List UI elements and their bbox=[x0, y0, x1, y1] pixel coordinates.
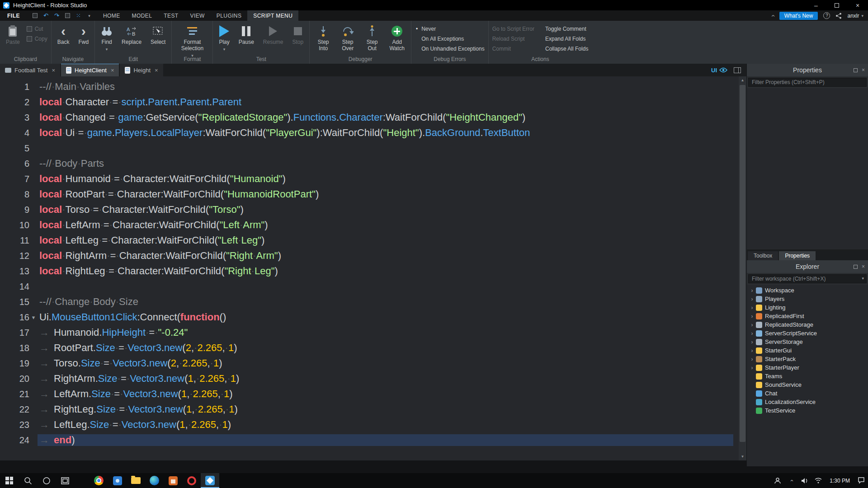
explorer-item-teams[interactable]: Teams bbox=[747, 372, 868, 380]
code-line[interactable]: 1--//·Main·Varibles bbox=[0, 79, 739, 94]
expand-chevron-icon[interactable]: › bbox=[749, 356, 755, 362]
paste-button[interactable]: Paste bbox=[4, 23, 22, 47]
explorer-item-chat[interactable]: Chat bbox=[747, 389, 868, 398]
code-line[interactable]: 16▾Ui.MouseButton1Click:Connect(function… bbox=[0, 310, 739, 325]
find-button[interactable]: Find ▾ bbox=[99, 23, 115, 53]
taskbar-app-opera[interactable] bbox=[182, 473, 201, 488]
explorer-item-starterplayer[interactable]: ›StarterPlayer bbox=[747, 363, 868, 372]
code-line[interactable]: 12local·RightArm·=·Character:WaitForChil… bbox=[0, 248, 739, 263]
capture-icon[interactable] bbox=[64, 12, 71, 19]
code-line[interactable]: 21→LeftArm.Size·=·Vector3.new(1,·2.265,·… bbox=[0, 386, 739, 402]
resume-button[interactable]: Resume bbox=[261, 23, 286, 47]
quick-access-dropdown-icon[interactable]: ▾ bbox=[86, 12, 93, 19]
volume-button[interactable] bbox=[798, 473, 811, 488]
share-icon[interactable] bbox=[835, 13, 842, 19]
code-editor[interactable]: 1--//·Main·Varibles2local·Character·=·sc… bbox=[0, 76, 746, 460]
cortana-button[interactable] bbox=[37, 473, 56, 488]
close-icon[interactable]: × bbox=[154, 67, 158, 74]
account-menu[interactable]: anxlr ▾ bbox=[847, 13, 863, 19]
replace-button[interactable]: AB Replace bbox=[119, 23, 144, 47]
toggle-comment-button[interactable]: Toggle Comment bbox=[545, 24, 588, 33]
menu-tab-test[interactable]: TEST bbox=[158, 10, 184, 21]
taskbar-app-file-explorer[interactable] bbox=[127, 473, 145, 488]
code-line[interactable]: 4local·Ui·=·game.Players.LocalPlayer:Wai… bbox=[0, 125, 739, 141]
code-line[interactable]: 5 bbox=[0, 141, 739, 156]
fold-caret-icon[interactable]: ▾ bbox=[29, 314, 38, 321]
explorer-item-replicatedstorage[interactable]: ›ReplicatedStorage bbox=[747, 320, 868, 329]
expand-all-folds-button[interactable]: Expand All Folds bbox=[545, 34, 588, 43]
scroll-up-icon[interactable]: ▲ bbox=[739, 76, 746, 84]
whats-new-button[interactable]: What's New bbox=[779, 12, 818, 20]
people-button[interactable] bbox=[771, 473, 784, 488]
expand-chevron-icon[interactable]: › bbox=[749, 365, 755, 371]
code-line[interactable]: 13local·RightLeg·=·Character:WaitForChil… bbox=[0, 263, 739, 279]
code-line[interactable]: 23→LeftLeg.Size·=·Vector3.new(1,·2.265,·… bbox=[0, 417, 739, 432]
copy-button[interactable]: Copy bbox=[27, 34, 47, 43]
minimize-button[interactable]: – bbox=[806, 0, 826, 10]
stop-button[interactable]: Stop bbox=[290, 23, 306, 47]
reload-script-button[interactable]: Reload Script bbox=[492, 34, 534, 43]
expand-chevron-icon[interactable]: › bbox=[749, 305, 755, 311]
code-line[interactable]: 20→RightArm.Size·=·Vector3.new(1,·2.265,… bbox=[0, 371, 739, 386]
close-pane-icon[interactable]: × bbox=[862, 67, 865, 73]
play-button[interactable]: Play ▾ bbox=[217, 23, 231, 53]
explorer-item-lighting[interactable]: ›Lighting bbox=[747, 303, 868, 312]
code-line[interactable]: 15--//·Change·Body·Size bbox=[0, 294, 739, 310]
code-line[interactable]: 8local·RootPart·=·Character:WaitForChild… bbox=[0, 187, 739, 202]
select-button[interactable]: Select bbox=[148, 23, 168, 47]
properties-filter-input[interactable] bbox=[748, 78, 867, 87]
expand-chevron-icon[interactable]: › bbox=[749, 330, 755, 337]
explorer-item-replicatedfirst[interactable]: ›ReplicatedFirst bbox=[747, 312, 868, 320]
doc-tab-football-test[interactable]: Football Test× bbox=[0, 64, 60, 76]
taskbar-app-store[interactable] bbox=[164, 473, 182, 488]
undo-icon[interactable]: ↶ bbox=[42, 12, 49, 19]
editor-vertical-scrollbar[interactable]: ▲ ▼ bbox=[739, 76, 746, 460]
code-line[interactable]: 7local·Humanoid·=·Character:WaitForChild… bbox=[0, 171, 739, 187]
save-icon[interactable] bbox=[32, 12, 38, 19]
explorer-item-workspace[interactable]: ›Workspace bbox=[747, 286, 868, 295]
menu-tab-home[interactable]: HOME bbox=[97, 10, 126, 21]
pause-button[interactable]: Pause bbox=[236, 23, 256, 47]
code-line[interactable]: 19→Torso.Size·=·Vector3.new(2,·2.265,·1) bbox=[0, 356, 739, 371]
debug-errors-option-on-unhandled-exceptions[interactable]: On Unhandled Exceptions bbox=[415, 44, 484, 53]
code-line[interactable]: 24→end) bbox=[0, 432, 739, 448]
panel-layout-icon[interactable] bbox=[734, 67, 741, 73]
explorer-item-testservice[interactable]: TestService bbox=[747, 406, 868, 415]
taskbar-app-chrome[interactable] bbox=[90, 473, 108, 488]
commit-button[interactable]: Commit bbox=[492, 44, 534, 53]
maximize-button[interactable] bbox=[826, 0, 847, 10]
explorer-item-serverstorage[interactable]: ›ServerStorage bbox=[747, 338, 868, 346]
taskbar-app-edge[interactable] bbox=[145, 473, 164, 488]
code-line[interactable]: 9local·Torso·=·Character:WaitForChild("T… bbox=[0, 202, 739, 217]
doc-tab-height[interactable]: Height× bbox=[120, 64, 163, 76]
close-pane-icon[interactable]: × bbox=[862, 263, 865, 270]
cut-button[interactable]: Cut bbox=[27, 24, 47, 33]
close-button[interactable]: × bbox=[847, 0, 868, 10]
explorer-item-serverscriptservice[interactable]: ›ServerScriptService bbox=[747, 329, 868, 338]
menu-tab-view[interactable]: VIEW bbox=[184, 10, 211, 21]
menu-tab-script-menu[interactable]: SCRIPT MENU bbox=[247, 10, 298, 21]
dock-tab-toolbox[interactable]: Toolbox bbox=[748, 251, 778, 260]
ui-visibility-button[interactable]: UI bbox=[711, 67, 727, 74]
code-line[interactable]: 18→RootPart.Size·=·Vector3.new(2,·2.265,… bbox=[0, 340, 739, 356]
debug-errors-option-on-all-exceptions[interactable]: On All Exceptions bbox=[415, 34, 484, 43]
goto-script-error-button[interactable]: Go to Script Error bbox=[492, 24, 534, 33]
scroll-down-icon[interactable]: ▼ bbox=[739, 453, 746, 460]
float-pane-icon[interactable] bbox=[854, 68, 858, 72]
fwd-button[interactable]: › Fwd bbox=[76, 23, 91, 47]
code-line[interactable]: 10local·LeftArm·=·Character:WaitForChild… bbox=[0, 217, 739, 233]
step-over-button[interactable]: Step Over bbox=[338, 23, 358, 53]
explorer-item-starterpack[interactable]: ›StarterPack bbox=[747, 355, 868, 363]
menu-tab-model[interactable]: MODEL bbox=[126, 10, 158, 21]
code-line[interactable]: 3local·Changed·=·game:GetService("Replic… bbox=[0, 110, 739, 125]
code-line[interactable]: 17→Humanoid.HipHeight·=·"-0.24" bbox=[0, 325, 739, 340]
collapse-all-folds-button[interactable]: Collapse All Folds bbox=[545, 44, 588, 53]
start-button[interactable] bbox=[0, 473, 19, 488]
collaborate-icon[interactable]: ⁙ bbox=[75, 12, 82, 19]
code-line[interactable]: 11local·LeftLeg·=·Character:WaitForChild… bbox=[0, 233, 739, 248]
explorer-item-localizationservice[interactable]: LocalizationService bbox=[747, 398, 868, 406]
properties-pane-header[interactable]: Properties × bbox=[747, 64, 868, 76]
code-line[interactable]: 6--//·Body·Parts bbox=[0, 156, 739, 171]
explorer-filter-caret-icon[interactable]: ▾ bbox=[862, 276, 864, 281]
task-view-button[interactable] bbox=[56, 473, 74, 488]
